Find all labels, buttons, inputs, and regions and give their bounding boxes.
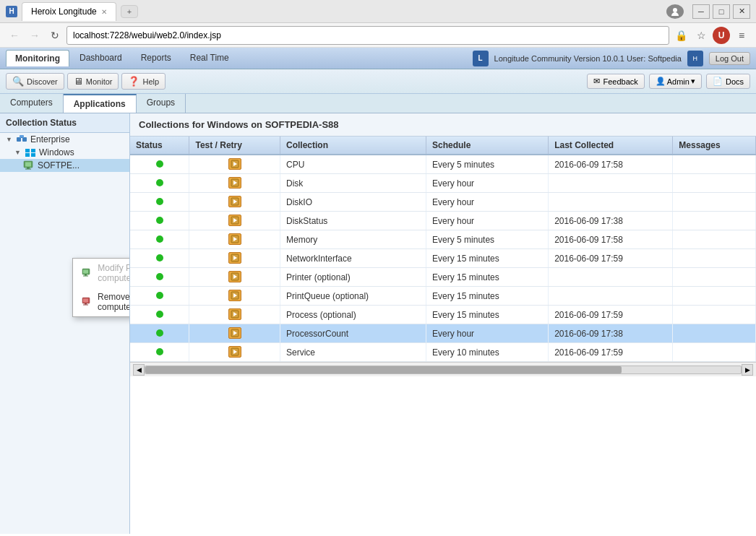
cell-test-retry[interactable] <box>189 324 280 343</box>
collection-test-icon[interactable] <box>228 271 241 282</box>
forward-button[interactable]: → <box>26 27 43 44</box>
cell-last-collected <box>549 287 673 306</box>
cell-messages <box>673 343 756 362</box>
maximize-button[interactable]: □ <box>713 4 730 19</box>
security-icon[interactable]: 🔒 <box>672 27 690 44</box>
back-button[interactable]: ← <box>6 27 23 44</box>
status-indicator <box>156 198 163 205</box>
cell-test-retry[interactable] <box>189 174 280 193</box>
col-status: Status <box>130 137 189 155</box>
modify-icon <box>82 267 92 279</box>
table-row[interactable]: CPUEvery 5 minutes2016-06-09 17:58 <box>130 155 756 174</box>
table-row[interactable]: NetworkInterfaceEvery 15 minutes2016-06-… <box>130 249 756 268</box>
tree-node-enterprise[interactable]: ▼ Enterprise <box>0 133 129 146</box>
tab-groups[interactable]: Groups <box>137 94 186 113</box>
content-area: Collections for Windows on SOFTPEDIA-S88… <box>130 113 756 534</box>
refresh-button[interactable]: ↻ <box>46 27 64 44</box>
close-button[interactable]: ✕ <box>733 4 750 19</box>
collection-test-icon[interactable] <box>228 327 241 339</box>
cell-test-retry[interactable] <box>189 343 280 362</box>
tab-monitoring[interactable]: Monitoring <box>6 50 69 66</box>
tab-applications[interactable]: Applications <box>64 94 137 113</box>
collection-test-icon[interactable] <box>228 252 241 264</box>
table-row[interactable]: ProcessorCountEvery hour2016-06-09 17:38 <box>130 324 756 343</box>
collection-test-icon[interactable] <box>228 233 241 245</box>
collection-test-icon[interactable] <box>228 158 241 170</box>
cell-collection: Printer (optional) <box>280 268 426 287</box>
tree-label-enterprise: Enterprise <box>30 134 70 144</box>
tree-node-windows[interactable]: ▼ Windows <box>0 146 129 159</box>
cell-last-collected: 2016-06-09 17:58 <box>549 155 673 174</box>
context-menu-item-modify[interactable]: Modify Properties of this application on… <box>73 259 130 288</box>
app-logo: L <box>473 51 489 66</box>
cell-test-retry[interactable] <box>189 249 280 268</box>
docs-button[interactable]: 📄 Docs <box>706 74 750 89</box>
collection-test-icon[interactable] <box>228 196 241 207</box>
collection-test-icon[interactable] <box>228 177 241 189</box>
table-row[interactable]: DiskStatusEvery hour2016-06-09 17:38 <box>130 212 756 230</box>
cell-last-collected: 2016-06-09 17:59 <box>549 249 673 268</box>
collection-test-icon[interactable] <box>228 308 241 320</box>
cell-collection: CPU <box>280 155 426 174</box>
collection-test-icon[interactable] <box>228 215 241 226</box>
table-row[interactable]: ServiceEvery 10 minutes2016-06-09 17:59 <box>130 343 756 362</box>
tab-reports[interactable]: Reports <box>132 50 180 66</box>
tab-computers[interactable]: Computers <box>0 94 64 113</box>
table-row[interactable]: DiskEvery hour <box>130 174 756 193</box>
cell-test-retry[interactable] <box>189 287 280 306</box>
cell-test-retry[interactable] <box>189 193 280 212</box>
scroll-track[interactable] <box>145 366 742 374</box>
cell-test-retry[interactable] <box>189 268 280 287</box>
tab-close-btn[interactable]: ✕ <box>101 8 107 16</box>
cell-test-retry[interactable] <box>189 212 280 230</box>
nav-icons: 🔒 ☆ U ≡ <box>672 27 750 44</box>
context-menu-item-remove[interactable]: Remove monitoring of this application fr… <box>73 288 130 316</box>
url-input[interactable] <box>73 30 663 40</box>
help-button[interactable]: ❓ Help <box>121 73 166 90</box>
table-row[interactable]: Printer (optional)Every 15 minutes <box>130 268 756 287</box>
monitor-button[interactable]: 🖥 Monitor <box>67 73 119 90</box>
app-icon2: H <box>687 51 703 66</box>
tab-realtime[interactable]: Real Time <box>181 50 238 66</box>
browser-tab[interactable]: Heroix Longitude ✕ <box>22 2 116 21</box>
new-tab-btn[interactable]: + <box>121 5 138 18</box>
collection-test-icon[interactable] <box>228 346 241 358</box>
status-indicator <box>156 348 163 355</box>
cell-schedule: Every hour <box>426 212 549 230</box>
log-out-button[interactable]: Log Out <box>709 52 750 65</box>
feedback-button[interactable]: ✉ Feedback <box>587 74 644 89</box>
cell-collection: DiskIO <box>280 193 426 212</box>
scroll-left-arrow[interactable]: ◀ <box>133 364 145 376</box>
cell-messages <box>673 155 756 174</box>
table-row[interactable]: PrintQueue (optional)Every 15 minutes <box>130 287 756 306</box>
cell-test-retry[interactable] <box>189 230 280 249</box>
discover-button[interactable]: 🔍 Discover <box>6 73 64 90</box>
admin-icon: 👤 <box>656 77 666 86</box>
table-row[interactable]: DiskIOEvery hour <box>130 193 756 212</box>
cell-last-collected: 2016-06-09 17:59 <box>549 306 673 324</box>
title-bar-left: H Heroix Longitude ✕ + <box>6 2 666 21</box>
svg-rect-13 <box>25 169 31 170</box>
cell-collection: DiskStatus <box>280 212 426 230</box>
address-bar[interactable] <box>66 26 669 45</box>
cell-schedule: Every hour <box>426 193 549 212</box>
svg-rect-17 <box>83 276 88 277</box>
star-icon[interactable]: ☆ <box>692 27 710 44</box>
cell-messages <box>673 174 756 193</box>
scroll-right-arrow[interactable]: ▶ <box>742 364 753 376</box>
table-row[interactable]: Process (optional)Every 15 minutes2016-0… <box>130 306 756 324</box>
window-controls: ─ □ ✕ <box>666 4 750 19</box>
admin-button[interactable]: 👤 Admin ▾ <box>649 74 702 89</box>
table-row[interactable]: MemoryEvery 5 minutes2016-06-09 17:58 <box>130 230 756 249</box>
status-indicator <box>156 254 163 261</box>
tree-node-computer[interactable]: SOFTPE... <box>0 159 129 172</box>
cell-test-retry[interactable] <box>189 155 280 174</box>
cell-test-retry[interactable] <box>189 306 280 324</box>
minimize-button[interactable]: ─ <box>692 4 710 19</box>
menu-icon[interactable]: ≡ <box>733 27 750 44</box>
scroll-thumb[interactable] <box>145 366 622 373</box>
tab-dashboard[interactable]: Dashboard <box>71 50 131 66</box>
collection-test-icon[interactable] <box>228 290 241 301</box>
discover-icon: 🔍 <box>12 76 24 87</box>
horizontal-scrollbar[interactable]: ◀ ▶ <box>130 362 756 376</box>
